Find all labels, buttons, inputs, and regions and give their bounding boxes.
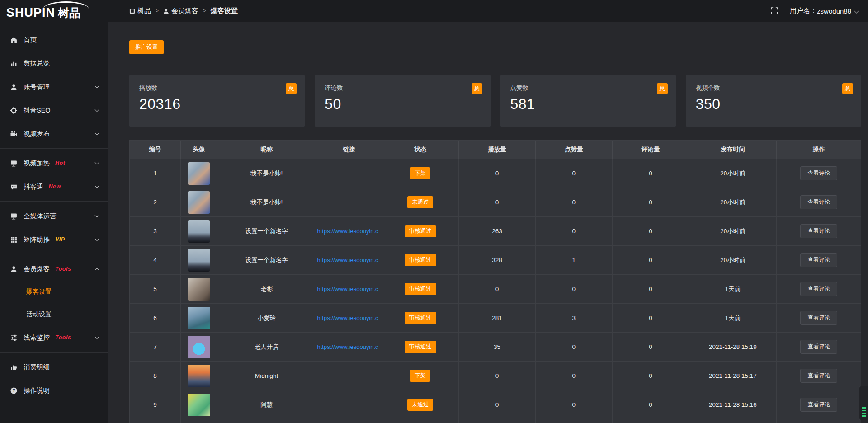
sidebar-item-label: 抖客通 bbox=[24, 183, 43, 191]
monitor-icon bbox=[10, 160, 17, 167]
breadcrumb-item-shupin[interactable]: 树品 bbox=[129, 7, 151, 15]
status-badge: 未通过 bbox=[407, 399, 434, 411]
view-comments-button[interactable]: 查看评论 bbox=[800, 311, 837, 325]
grid-icon bbox=[10, 236, 17, 243]
cell-likes: 0 bbox=[536, 188, 613, 216]
video-link[interactable]: https://www.iesdouyin.c bbox=[317, 286, 378, 292]
user-menu[interactable]: 用户名： zswodun88 bbox=[790, 7, 858, 15]
cell-plays: 0 bbox=[459, 275, 536, 303]
cell-comments: 0 bbox=[613, 217, 689, 245]
question-circle-icon: ? bbox=[10, 387, 17, 394]
sidebar-item-home[interactable]: 首页 bbox=[0, 28, 108, 52]
sidebar-item-douyin-seo[interactable]: 抖音SEO bbox=[0, 99, 108, 122]
cell-avatar bbox=[181, 275, 217, 303]
fullscreen-icon[interactable] bbox=[771, 7, 778, 14]
username-label: 用户名： bbox=[790, 7, 817, 15]
cell-publish-time: 2021-11-28 15:16 bbox=[689, 390, 777, 419]
floating-widget[interactable] bbox=[859, 386, 868, 420]
monitor-icon bbox=[10, 212, 17, 220]
sidebar-subitem-activity-settings[interactable]: 活动设置 bbox=[0, 303, 108, 326]
cell-avatar bbox=[181, 188, 217, 216]
sidebar-item-douketong[interactable]: 抖客通 New bbox=[0, 175, 108, 198]
cell-likes: 0 bbox=[536, 362, 613, 390]
sliders-icon bbox=[10, 334, 17, 341]
column-header-status: 状态 bbox=[382, 141, 459, 159]
sidebar-item-account-management[interactable]: 账号管理 bbox=[0, 75, 108, 99]
chevron-down-icon bbox=[95, 108, 99, 112]
total-badge: 总 bbox=[842, 83, 853, 94]
view-comments-button[interactable]: 查看评论 bbox=[800, 166, 837, 180]
chevron-down-icon bbox=[95, 213, 99, 218]
total-badge: 总 bbox=[472, 83, 482, 94]
video-link[interactable]: https://www.iesdouyin.c bbox=[317, 257, 378, 263]
avatar bbox=[188, 336, 210, 358]
status-badge: 下架 bbox=[410, 167, 430, 179]
cell-actions: 查看评论 bbox=[777, 362, 861, 390]
cell-avatar bbox=[181, 217, 217, 245]
user-icon bbox=[10, 83, 17, 90]
chevron-down-icon bbox=[95, 184, 99, 188]
stat-label: 视频个数 bbox=[696, 84, 851, 92]
videos-table: 编号 头像 昵称 链接 状态 播放量 点赞量 评论量 发布时间 操作 1 我不是… bbox=[129, 140, 861, 423]
table-row: 9 阿慧 未通过 0 0 0 2021-11-28 15:16 查看评论 bbox=[130, 390, 861, 419]
column-header-id: 编号 bbox=[130, 141, 181, 159]
cell-id: 4 bbox=[130, 246, 181, 274]
tools-tag: Tools bbox=[55, 334, 71, 341]
sidebar-item-label: 视频加热 bbox=[24, 159, 50, 168]
column-header-likes: 点赞量 bbox=[536, 141, 613, 159]
cell-nickname: 小爱玲 bbox=[217, 304, 316, 332]
sidebar-divider bbox=[0, 201, 108, 202]
sidebar-item-label: 操作说明 bbox=[24, 386, 50, 395]
sidebar-item-data-overview[interactable]: 数据总览 bbox=[0, 52, 108, 75]
total-badge: 总 bbox=[286, 83, 297, 94]
cell-likes: 1 bbox=[536, 246, 613, 274]
video-link[interactable]: https://www.iesdouyin.c bbox=[317, 343, 378, 350]
video-link[interactable]: https://www.iesdouyin.c bbox=[317, 228, 378, 235]
cell-comments: 0 bbox=[613, 275, 689, 303]
cell-status: 下架 bbox=[382, 362, 459, 390]
view-comments-button[interactable]: 查看评论 bbox=[800, 224, 837, 238]
sidebar-item-matrix-boost[interactable]: 矩阵助推 VIP bbox=[0, 228, 108, 251]
app-logo[interactable]: SHUPIN 树品 bbox=[0, 0, 108, 25]
sidebar-item-instructions[interactable]: ? 操作说明 bbox=[0, 379, 108, 402]
avatar bbox=[188, 191, 210, 214]
sidebar-item-video-publish[interactable]: 视频发布 bbox=[0, 122, 108, 146]
stat-cards: 播放数 20316 总 评论数 50 总 点赞数 581 总 视频个数 350 … bbox=[129, 75, 861, 127]
sidebar-menu: 首页 数据总览 账号管理 抖音SEO 视频发布 视频加热 Hot bbox=[0, 25, 108, 402]
view-comments-button[interactable]: 查看评论 bbox=[800, 340, 837, 354]
stat-card-comments: 评论数 50 总 bbox=[315, 75, 490, 127]
svg-text:?: ? bbox=[12, 388, 15, 393]
cell-status: 审核通过 bbox=[382, 275, 459, 303]
video-link[interactable]: https://www.iesdouyin.c bbox=[317, 315, 378, 321]
view-comments-button[interactable]: 查看评论 bbox=[800, 369, 837, 383]
sidebar-item-member-baoke[interactable]: 会员爆客 Tools bbox=[0, 257, 108, 281]
sidebar-item-consumption-details[interactable]: 消费明细 bbox=[0, 355, 108, 379]
status-badge: 审核通过 bbox=[405, 254, 436, 266]
sidebar-item-media-operations[interactable]: 全媒体运营 bbox=[0, 204, 108, 228]
view-comments-button[interactable]: 查看评论 bbox=[800, 282, 837, 296]
cell-actions: 查看评论 bbox=[777, 333, 861, 361]
cell-nickname: Midnight bbox=[217, 362, 316, 390]
chevron-down-icon bbox=[95, 160, 99, 165]
promo-settings-button[interactable]: 推广设置 bbox=[129, 40, 164, 54]
table-row: 2 我不是小帅! 未通过 0 0 0 20小时前 查看评论 bbox=[130, 188, 861, 216]
widget-bar bbox=[862, 410, 866, 411]
cell-plays: 35 bbox=[459, 333, 536, 361]
sidebar-item-clue-monitor[interactable]: 线索监控 Tools bbox=[0, 326, 108, 349]
cell-status bbox=[382, 419, 459, 423]
app-square-icon bbox=[129, 8, 135, 14]
sidebar-item-video-heat[interactable]: 视频加热 Hot bbox=[0, 151, 108, 175]
cell-actions: 查看评论 bbox=[777, 304, 861, 332]
view-comments-button[interactable]: 查看评论 bbox=[800, 253, 837, 267]
stat-label: 点赞数 bbox=[510, 84, 666, 92]
chevron-down-icon bbox=[95, 131, 99, 136]
cell-comments: 0 bbox=[613, 188, 689, 216]
bar-chart-icon bbox=[10, 60, 17, 67]
cell-plays: 328 bbox=[459, 246, 536, 274]
view-comments-button[interactable]: 查看评论 bbox=[800, 195, 837, 209]
breadcrumb-item-member-baoke[interactable]: 会员爆客 bbox=[163, 7, 198, 15]
table-body: 1 我不是小帅! 下架 0 0 0 20小时前 查看评论 2 我不是小帅! 未通… bbox=[130, 159, 861, 423]
sidebar-subitem-baoke-settings[interactable]: 爆客设置 bbox=[0, 281, 108, 303]
cell-status: 未通过 bbox=[382, 390, 459, 419]
view-comments-button[interactable]: 查看评论 bbox=[800, 398, 837, 412]
